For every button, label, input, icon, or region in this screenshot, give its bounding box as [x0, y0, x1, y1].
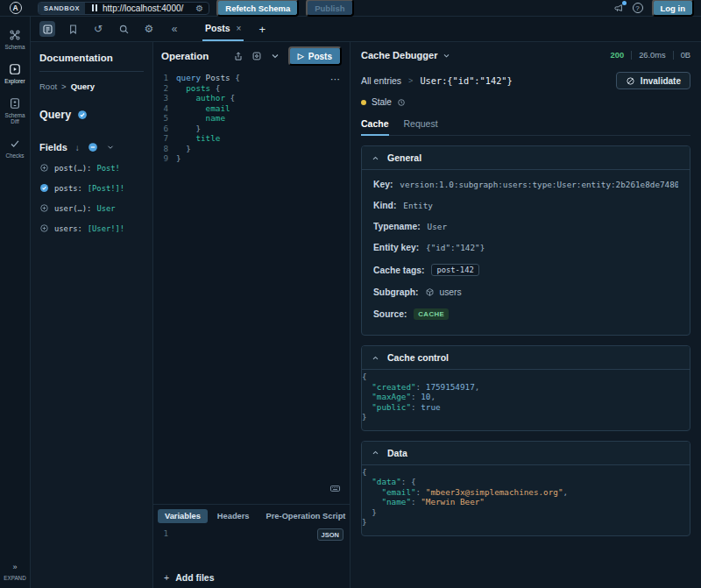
line-number: 7: [153, 133, 176, 144]
code-line[interactable]: 6 }: [153, 124, 350, 134]
bottom-tab-pre-operation-script[interactable]: Pre-Operation Script: [259, 509, 350, 523]
new-tab-button[interactable]: +: [258, 23, 266, 36]
saved-operations-bookmark-icon[interactable]: [65, 21, 81, 37]
sidebar-item-checks[interactable]: Checks: [6, 138, 25, 159]
breadcrumb: Root > Query: [39, 81, 144, 91]
code-line: }: [362, 412, 690, 422]
general-row-label: Subgraph:: [373, 287, 418, 297]
plus-icon: +: [164, 572, 169, 583]
field-type[interactable]: [User!]!: [88, 224, 124, 233]
documentation-panel-icon[interactable]: [39, 21, 55, 37]
general-row: Typename:User: [373, 222, 678, 231]
close-tab-icon[interactable]: ×: [237, 24, 242, 33]
run-operation-button[interactable]: ▷ Posts: [288, 46, 342, 66]
code-line[interactable]: 7 title: [153, 133, 350, 144]
line-number: 5: [153, 113, 176, 124]
code-text: query Posts {: [176, 73, 240, 83]
panel-selector[interactable]: Cache Debugger: [361, 50, 450, 60]
cache-request-tabs: Cache Request: [361, 118, 690, 136]
code-text: }: [362, 507, 377, 518]
operation-tab-posts[interactable]: Posts ×: [202, 17, 244, 41]
keyboard-shortcuts-icon[interactable]: [329, 482, 341, 498]
run-history-icon[interactable]: ↺: [90, 21, 106, 37]
sidebar-item-schema[interactable]: Schema: [4, 29, 25, 50]
refetch-schema-button[interactable]: Refetch Schema: [216, 0, 299, 17]
login-button[interactable]: Log in: [652, 0, 695, 17]
code-line[interactable]: 4 email: [153, 103, 350, 114]
share-icon[interactable]: [233, 51, 244, 61]
apollo-logo[interactable]: A: [0, 2, 31, 14]
field-name: users:: [54, 224, 82, 233]
code-line[interactable]: 5 name: [153, 113, 350, 124]
chevron-down-icon: [443, 52, 450, 60]
field-item[interactable]: posts:[Post!]!: [39, 183, 144, 193]
tab-request[interactable]: Request: [404, 118, 438, 136]
field-item[interactable]: users:[User!]!: [39, 223, 144, 233]
code-text: "created": 1759154917,: [362, 382, 479, 393]
general-row-label: Cache tags:: [373, 266, 424, 275]
search-icon[interactable]: [116, 21, 131, 37]
code-text: title: [176, 133, 220, 144]
field-item[interactable]: post(…):Post!: [39, 163, 144, 173]
expand-rail-button[interactable]: » EXPAND: [4, 563, 25, 588]
check-circle-icon: [77, 110, 88, 120]
connection-settings-gear-icon[interactable]: ⚙: [190, 4, 209, 13]
explorer-icon: [9, 63, 21, 75]
schema-diff-icon: [9, 97, 21, 110]
field-item[interactable]: user(…):User: [39, 203, 144, 213]
code-line: "data": {: [362, 477, 690, 487]
bottom-tab-headers[interactable]: Headers: [210, 509, 257, 523]
operation-panel: Operation ▷ Posts: [153, 42, 350, 588]
fields-list: post(…):Post!posts:[Post!]!user(…):Useru…: [39, 163, 144, 233]
announcements-megaphone-icon[interactable]: [613, 3, 624, 13]
breadcrumb-separator: >: [61, 81, 67, 91]
tab-cache[interactable]: Cache: [361, 118, 389, 136]
explorer-toolbar: ↺ ⚙ « Posts × +: [31, 17, 701, 42]
divider: [631, 51, 632, 60]
query-editor[interactable]: 1query Posts {2 posts {3 author {4 email…: [153, 70, 350, 504]
breadcrumb-root[interactable]: Root: [39, 81, 57, 91]
pause-icon[interactable]: [92, 4, 97, 11]
settings-gear-icon[interactable]: ⚙: [141, 21, 157, 37]
endpoint-url-bar[interactable]: SANDBOX http://localhost:4000/ ⚙: [38, 2, 209, 15]
line-number: 9: [153, 153, 176, 164]
all-entries-link[interactable]: All entries: [361, 75, 401, 86]
sidebar-item-explorer[interactable]: Explorer: [4, 63, 25, 84]
code-line[interactable]: 9}: [153, 153, 350, 164]
chevron-down-icon[interactable]: [270, 51, 280, 61]
sort-arrow-icon[interactable]: ↓: [75, 143, 80, 152]
general-row: Cache tags:post-142: [373, 264, 678, 276]
code-text: posts {: [176, 83, 220, 94]
code-line: "maxAge": 10,: [362, 392, 690, 402]
field-type[interactable]: Post!: [96, 164, 119, 173]
data-card-header[interactable]: Data: [362, 442, 690, 465]
collapse-panel-icon[interactable]: «: [166, 21, 182, 37]
publish-button: Publish: [306, 0, 353, 17]
field-type[interactable]: User: [96, 204, 115, 213]
code-text: "name": "Merwin Beer": [362, 497, 485, 507]
field-name: user(…):: [54, 204, 91, 213]
deselect-all-icon[interactable]: [88, 142, 98, 152]
code-line: }: [362, 517, 690, 528]
bottom-tab-variables[interactable]: Variables: [158, 509, 208, 523]
help-icon[interactable]: ?: [633, 3, 643, 13]
general-card-header[interactable]: General: [362, 146, 690, 170]
code-line[interactable]: 3 author {: [153, 93, 350, 103]
line-options-icon[interactable]: ⋯: [330, 74, 341, 85]
variables-editor[interactable]: 1 JSON: [153, 526, 350, 567]
json-format-badge[interactable]: JSON: [317, 528, 343, 541]
code-line[interactable]: 8 }: [153, 144, 350, 154]
sidebar-item-schema-diff[interactable]: Schema Diff: [0, 97, 30, 124]
invalidate-button[interactable]: Invalidate: [616, 72, 690, 89]
cache-control-card-header[interactable]: Cache control: [362, 346, 690, 370]
add-files-button[interactable]: + Add files: [153, 567, 350, 588]
chevron-down-icon[interactable]: [106, 143, 115, 152]
code-line[interactable]: 1query Posts {: [153, 73, 350, 83]
save-operation-icon[interactable]: [251, 51, 262, 61]
chevrons-right-icon: »: [12, 563, 17, 571]
code-line: "name": "Merwin Beer": [362, 497, 690, 507]
field-type[interactable]: [Post!]!: [88, 184, 124, 193]
endpoint-url-input[interactable]: http://localhost:4000/: [103, 4, 190, 13]
clock-icon[interactable]: [397, 98, 406, 107]
code-line[interactable]: 2 posts {: [153, 83, 350, 94]
